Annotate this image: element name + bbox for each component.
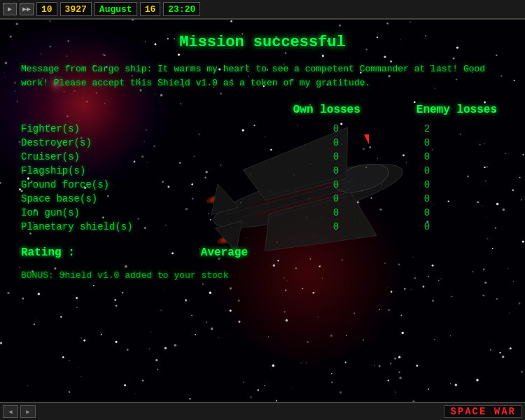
message-box: Message from Cargo ship: It warms my hea… bbox=[21, 62, 504, 90]
own-loss-value: 0 bbox=[287, 221, 385, 232]
bottom-left-buttons: ◀ ▶ bbox=[3, 405, 36, 418]
table-row: Cruiser(s)00 bbox=[21, 151, 504, 162]
main-content: Mission successful Message from Cargo sh… bbox=[0, 20, 525, 402]
rating-value: Average bbox=[201, 246, 248, 259]
enemy-loss-value: 2 bbox=[399, 123, 455, 134]
seg-time: 23:20 bbox=[163, 2, 200, 16]
top-bar: ▶ ▶▶ 10 3927 August 16 23:20 bbox=[0, 0, 525, 20]
unit-name: Flagship(s) bbox=[21, 165, 161, 176]
own-loss-value: 0 bbox=[287, 123, 385, 134]
enemy-losses-header: Enemy losses bbox=[416, 104, 497, 116]
seg-id: 10 bbox=[36, 2, 57, 16]
mission-title: Mission successful bbox=[21, 34, 504, 51]
losses-table: Fighter(s)02Destroyer(s)00Cruiser(s)00Fl… bbox=[21, 123, 504, 232]
table-row: Flagship(s)00 bbox=[21, 165, 504, 176]
top-btn-1[interactable]: ▶ bbox=[3, 3, 17, 15]
table-row: Space base(s)00 bbox=[21, 193, 504, 204]
bonus-text: BONUS: Shield v1.0 added to your stock bbox=[21, 270, 504, 281]
enemy-loss-value: 0 bbox=[399, 193, 455, 204]
own-loss-value: 0 bbox=[287, 179, 385, 190]
table-row: Planetary shield(s)00 bbox=[21, 221, 504, 232]
table-row: Destroyer(s)00 bbox=[21, 137, 504, 148]
own-loss-value: 0 bbox=[287, 151, 385, 162]
table-row: Ion gun(s)00 bbox=[21, 207, 504, 218]
seg-day: 16 bbox=[140, 2, 161, 16]
rating-row: Rating : Average bbox=[21, 246, 504, 259]
unit-name: Ion gun(s) bbox=[21, 207, 161, 218]
top-btn-2[interactable]: ▶▶ bbox=[20, 3, 34, 15]
seg-month: August bbox=[94, 2, 137, 16]
unit-name: Cruiser(s) bbox=[21, 151, 161, 162]
enemy-loss-value: 0 bbox=[399, 221, 455, 232]
own-loss-value: 0 bbox=[287, 137, 385, 148]
enemy-loss-value: 0 bbox=[399, 179, 455, 190]
bottom-btn-prev[interactable]: ◀ bbox=[3, 405, 18, 418]
unit-name: Ground force(s) bbox=[21, 179, 161, 190]
rating-label: Rating : bbox=[21, 246, 75, 259]
losses-header: Own losses Enemy losses bbox=[21, 104, 504, 116]
enemy-loss-value: 0 bbox=[399, 151, 455, 162]
unit-name: Space base(s) bbox=[21, 193, 161, 204]
table-row: Ground force(s)00 bbox=[21, 179, 504, 190]
seg-year: 3927 bbox=[60, 2, 92, 16]
enemy-loss-value: 0 bbox=[399, 137, 455, 148]
game-title: SPACE WAR bbox=[444, 405, 522, 418]
own-loss-value: 0 bbox=[287, 207, 385, 218]
unit-name: Destroyer(s) bbox=[21, 137, 161, 148]
table-row: Fighter(s)02 bbox=[21, 123, 504, 134]
own-loss-value: 0 bbox=[287, 165, 385, 176]
own-loss-value: 0 bbox=[287, 193, 385, 204]
mouse-cursor bbox=[364, 134, 369, 144]
enemy-loss-value: 0 bbox=[399, 165, 455, 176]
bottom-btn-next[interactable]: ▶ bbox=[20, 405, 36, 418]
enemy-loss-value: 0 bbox=[399, 207, 455, 218]
bottom-bar: ◀ ▶ SPACE WAR bbox=[0, 402, 525, 420]
unit-name: Fighter(s) bbox=[21, 123, 161, 134]
message-from-label: Message from Cargo ship: bbox=[21, 64, 152, 74]
own-losses-header: Own losses bbox=[293, 104, 360, 116]
unit-name: Planetary shield(s) bbox=[21, 221, 161, 232]
